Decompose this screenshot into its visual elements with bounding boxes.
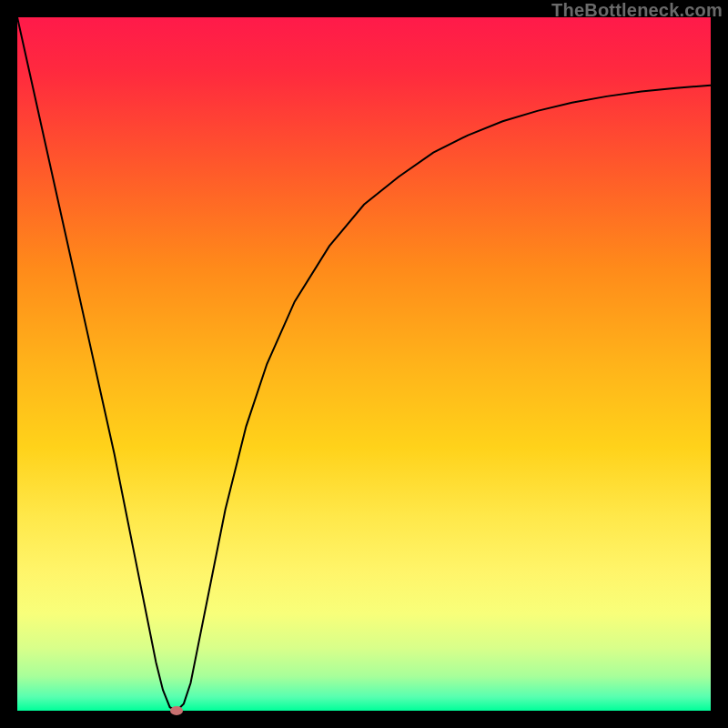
- bottleneck-chart: TheBottleneck.com: [0, 0, 728, 728]
- minimum-marker: [170, 706, 183, 715]
- attribution-label: TheBottleneck.com: [551, 0, 723, 21]
- curve-path: [17, 17, 711, 711]
- bottleneck-curve: [17, 17, 711, 711]
